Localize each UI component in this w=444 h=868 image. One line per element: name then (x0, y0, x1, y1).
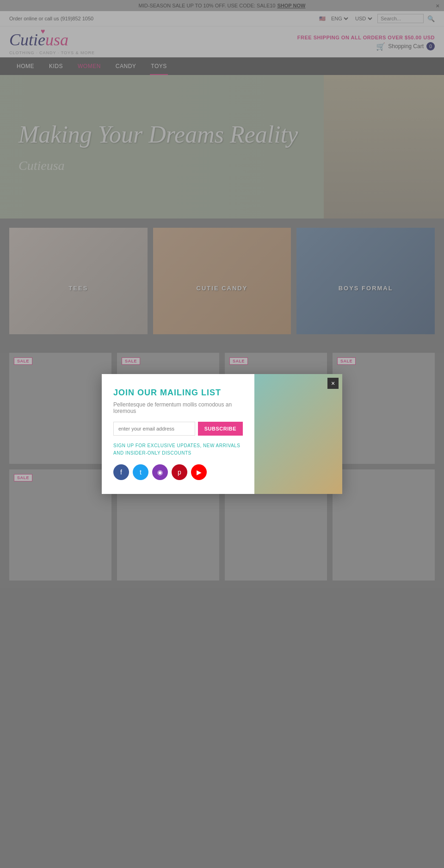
facebook-icon[interactable]: f (113, 464, 129, 480)
baby-image (254, 374, 342, 494)
popup-cta-line2: AND INSIDER-ONLY DISCOUNTS (113, 450, 243, 457)
popup-form: SUBSCRIBE (113, 422, 243, 436)
instagram-icon[interactable]: ◉ (152, 464, 168, 480)
email-input[interactable] (113, 422, 195, 436)
popup-overlay: × JOIN OUR MAILING LIST Pellentesque de … (0, 0, 444, 595)
popup-cta-line1: SIGN UP FOR EXCLUSIVE UPDATES, NEW ARRIV… (113, 442, 243, 450)
subscribe-button[interactable]: SUBSCRIBE (198, 422, 243, 436)
popup-content: JOIN OUR MAILING LIST Pellentesque de fe… (102, 374, 254, 494)
youtube-icon[interactable]: ▶ (191, 464, 207, 480)
twitter-icon[interactable]: t (133, 464, 148, 480)
popup-close-button[interactable]: × (327, 378, 339, 389)
popup-image (254, 374, 342, 494)
mailing-list-popup: × JOIN OUR MAILING LIST Pellentesque de … (102, 374, 342, 494)
popup-subtitle: Pellentesque de fermentum mollis comodou… (113, 401, 243, 414)
pinterest-icon[interactable]: p (172, 464, 187, 480)
social-icons: f t ◉ p ▶ (113, 464, 243, 480)
popup-title: JOIN OUR MAILING LIST (113, 388, 243, 398)
popup-cta: SIGN UP FOR EXCLUSIVE UPDATES, NEW ARRIV… (113, 442, 243, 457)
